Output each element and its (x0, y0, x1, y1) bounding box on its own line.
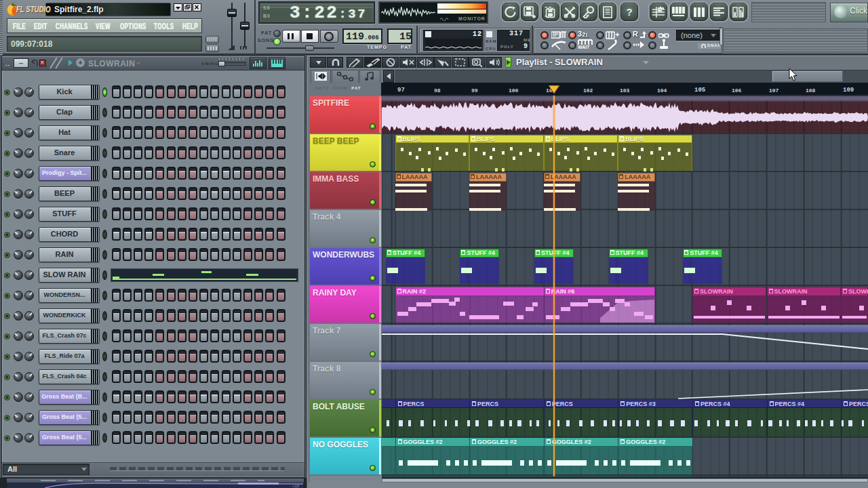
svg-text:+10: +10 (292, 484, 300, 488)
svg-text:?: ? (626, 6, 632, 18)
